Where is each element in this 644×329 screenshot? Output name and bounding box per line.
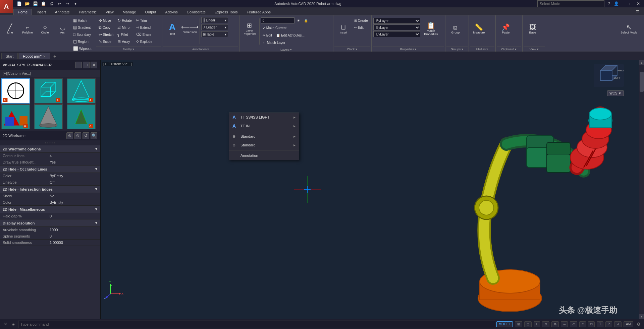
vsm-maximize-btn[interactable]: □ bbox=[83, 62, 90, 68]
grid-btn[interactable]: ⊞ bbox=[515, 321, 522, 327]
linear-dropdown[interactable]: ╠ Linear ▾ bbox=[201, 17, 228, 23]
settings-icon[interactable]: ⚙ bbox=[635, 321, 642, 328]
layer-properties-button[interactable]: ⊞ LayerProperties bbox=[241, 17, 258, 41]
close-button[interactable]: ✕ bbox=[635, 1, 641, 7]
make-current-button[interactable]: ✓ Make Current bbox=[261, 24, 288, 31]
ortho-btn[interactable]: ⊦ bbox=[534, 321, 540, 327]
qp-btn[interactable]: ? bbox=[605, 321, 612, 327]
tab-output[interactable]: Output bbox=[141, 9, 161, 15]
polyline-button[interactable]: ⌐ Polyline bbox=[19, 17, 36, 41]
layer-freeze-btn[interactable]: ☀ bbox=[295, 17, 302, 24]
am-btn[interactable]: AM bbox=[624, 321, 633, 327]
base-button[interactable]: 🖼 Base bbox=[524, 17, 541, 41]
tab-annotate[interactable]: Annotate bbox=[51, 9, 74, 15]
viewport[interactable]: [+][Custom Vie...] bbox=[101, 60, 644, 319]
scroll-up-btn[interactable]: ▲ bbox=[639, 60, 644, 65]
doc-tab-robot-arm[interactable]: Robot arm* ✕ bbox=[18, 53, 50, 59]
dimension-button[interactable]: ⟵⟶ Dimension bbox=[181, 17, 198, 41]
osnap-btn[interactable]: ⊕ bbox=[551, 321, 559, 327]
lwt-btn[interactable]: □ bbox=[588, 321, 595, 327]
wipeout-button[interactable]: ⬜ Wipeout bbox=[71, 45, 93, 52]
otrack-btn[interactable]: ∞ bbox=[561, 321, 568, 327]
tab-manage[interactable]: Manage bbox=[118, 9, 141, 15]
edit-attributes-button[interactable]: 📋 Edit Attributes... bbox=[274, 32, 306, 39]
hatch-button[interactable]: ▦ Hatch bbox=[71, 17, 93, 24]
gradient-button[interactable]: ▤ Gradient bbox=[71, 24, 93, 31]
linetype-dropdown[interactable]: ByLayer bbox=[373, 24, 420, 30]
lineweight-dropdown[interactable]: ByLayer bbox=[373, 31, 420, 37]
fillet-button[interactable]: ╮ Fillet bbox=[116, 31, 133, 38]
insert-button[interactable]: ⊔ Insert bbox=[335, 17, 352, 41]
scale-button[interactable]: ⤡ Scale bbox=[97, 38, 115, 45]
prop-group-display-res[interactable]: Display resolution ▾ bbox=[0, 219, 100, 227]
qat-undo[interactable]: ↩ bbox=[56, 1, 62, 7]
tpy-btn[interactable]: T bbox=[597, 321, 603, 327]
create-block-button[interactable]: ⊞ Create bbox=[353, 17, 370, 24]
arc-button[interactable]: ◡ Arc bbox=[54, 17, 71, 41]
tab-add-ins[interactable]: Add-ins bbox=[161, 9, 182, 15]
annotation-item[interactable]: Annotation bbox=[229, 151, 299, 160]
extend-button[interactable]: ⊣ Extend bbox=[134, 24, 154, 31]
qat-save[interactable]: 💾 bbox=[32, 1, 38, 7]
vsm-import-btn[interactable]: ⊖ bbox=[74, 132, 81, 139]
font-tt-in[interactable]: A TT IN ▶ bbox=[229, 122, 299, 130]
vsm-thumb-cone[interactable]: A bbox=[67, 78, 96, 104]
match-layer-button[interactable]: ↔ Match Layer bbox=[261, 39, 287, 46]
vsm-thumb-2dwireframe[interactable]: A bbox=[1, 78, 30, 104]
doc-tab-start[interactable]: Start bbox=[1, 53, 18, 59]
array-button[interactable]: ⊞ Array bbox=[116, 38, 133, 45]
polar-btn[interactable]: ⊙ bbox=[542, 321, 549, 327]
dyn-btn[interactable]: ≡ bbox=[579, 321, 586, 327]
tab-collaborate[interactable]: Collaborate bbox=[182, 9, 210, 15]
vsm-minimize-btn[interactable]: ─ bbox=[75, 62, 82, 68]
edit-block-button[interactable]: ✏ Edit bbox=[353, 24, 370, 31]
user-icon[interactable]: 👤 bbox=[613, 1, 619, 7]
maximize-button[interactable]: □ bbox=[628, 1, 634, 7]
vsm-drag-handle[interactable]: • • • • • bbox=[0, 140, 100, 145]
line-button[interactable]: ╱ Line bbox=[2, 17, 18, 41]
erase-button[interactable]: ⌫ Erase bbox=[134, 31, 154, 38]
orientation-cube[interactable]: LEFT FRONT bbox=[594, 64, 624, 87]
font-tt-swiss[interactable]: A TT SWISS LIGHT ▶ bbox=[229, 113, 299, 122]
qat-save-as[interactable]: 📋 bbox=[40, 1, 46, 7]
style-standard-1[interactable]: ⊕ Standard ▶ bbox=[229, 132, 299, 141]
status-info-btn[interactable]: ◈ bbox=[10, 321, 17, 328]
doc-tab-close-icon[interactable]: ✕ bbox=[43, 55, 46, 58]
vsm-thumb-xray[interactable]: A bbox=[67, 104, 96, 129]
edit-button[interactable]: ✏ Edit bbox=[261, 32, 274, 39]
command-input[interactable] bbox=[18, 321, 495, 328]
style-standard-2[interactable]: ⊕ Standard ▶ bbox=[229, 141, 299, 149]
search-input[interactable] bbox=[537, 0, 604, 7]
ducs-btn[interactable]: ⊂ bbox=[570, 321, 577, 327]
trim-button[interactable]: ✂ Trim bbox=[134, 17, 154, 24]
wcs-badge[interactable]: WCS ▼ bbox=[607, 90, 624, 96]
sc-btn[interactable]: ⊿ bbox=[614, 321, 622, 327]
new-tab-button[interactable]: + bbox=[51, 53, 59, 60]
snap-btn[interactable]: ⊡ bbox=[524, 321, 532, 327]
app-button[interactable]: A bbox=[0, 0, 13, 13]
measure-button[interactable]: 📏 Measure bbox=[471, 17, 487, 41]
layer-input[interactable] bbox=[261, 17, 294, 23]
qat-redo[interactable]: ↪ bbox=[64, 1, 70, 7]
tab-home[interactable]: Home bbox=[13, 9, 32, 15]
qat-open[interactable]: 📂 bbox=[24, 1, 30, 7]
qat-print[interactable]: 🖨 bbox=[48, 1, 54, 7]
explode-button[interactable]: ⊹ Explode bbox=[134, 38, 154, 45]
match-properties-button[interactable]: 📋 MatchProperties bbox=[421, 17, 441, 41]
text-button[interactable]: A Text bbox=[164, 17, 181, 41]
prop-group-intersection[interactable]: 2D Hide - Intersection Edges ▾ bbox=[0, 186, 100, 193]
stretch-button[interactable]: ⇔ Stretch bbox=[97, 31, 115, 38]
minimize-button[interactable]: ─ bbox=[621, 1, 627, 7]
qat-new[interactable]: 📄 bbox=[16, 1, 22, 7]
status-error-btn[interactable]: ✕ bbox=[2, 321, 9, 328]
prop-group-wireframe-options[interactable]: 2D Wireframe options ▾ bbox=[0, 145, 100, 153]
prop-group-misc[interactable]: 2D Hide - Miscellaneous ▾ bbox=[0, 206, 100, 213]
boundary-button[interactable]: □ Boundary bbox=[71, 31, 93, 38]
tab-view[interactable]: View bbox=[101, 9, 118, 15]
color-dropdown[interactable]: ByLayer bbox=[373, 18, 420, 24]
group-button[interactable]: ⧈ Group bbox=[447, 17, 464, 41]
layer-lock-btn[interactable]: 🔓 bbox=[302, 17, 310, 24]
select-mode-button[interactable]: ↖ Select Mode bbox=[619, 17, 639, 41]
help-icon[interactable]: ? bbox=[606, 1, 612, 7]
leader-dropdown[interactable]: ↗ Leader ▾ bbox=[201, 24, 228, 30]
